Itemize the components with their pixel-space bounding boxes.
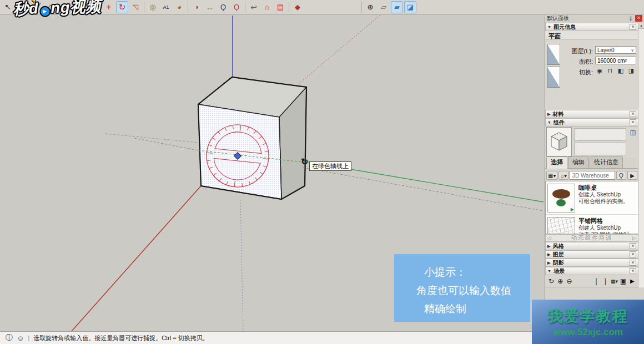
components-close-button[interactable]: × xyxy=(630,119,636,125)
receive-shadows-toggle-icon[interactable]: ◨ xyxy=(627,67,636,74)
layer-dropdown[interactable]: Layer0 ∨ xyxy=(595,46,636,54)
toolbar-separator xyxy=(188,2,188,13)
add-scene-button[interactable]: ⊕ xyxy=(556,276,565,286)
paint-bucket-tool-icon: ◕ xyxy=(177,3,182,11)
components-tabs: 选择 编辑 统计信息 xyxy=(545,158,638,169)
scene-view-options-button[interactable]: ▦▾ xyxy=(610,276,618,286)
entity-info-close-button[interactable]: × xyxy=(630,24,636,30)
cast-shadows-toggle-icon[interactable]: ◧ xyxy=(616,67,625,74)
component-name-field[interactable] xyxy=(574,128,626,141)
section-header-materials[interactable]: ▶ 材料 × xyxy=(545,110,638,118)
text-tool-icon: A1 xyxy=(163,4,169,10)
remove-scene-button[interactable]: ⊖ xyxy=(565,276,573,286)
section-header-entity-info[interactable]: ▼ 图元信息 × xyxy=(545,23,638,31)
shadows-close-button[interactable]: × xyxy=(630,260,636,266)
styles-close-button[interactable]: × xyxy=(630,243,636,249)
default-tray-panel: 默认面板 ↧ × ▼ 图元信息 × 平面 图层(L): Layer0 ∨ 面积:… xyxy=(545,14,644,332)
blue-axis-dotted-line xyxy=(240,200,243,332)
tab-select[interactable]: 选择 xyxy=(546,156,567,169)
entity-type-label: 平面 xyxy=(545,31,638,40)
select-tool-button[interactable]: ↖ xyxy=(2,1,14,13)
text-tool-button[interactable]: A1 xyxy=(160,1,172,13)
view-options-arrow-icon[interactable]: ▶ xyxy=(627,171,637,180)
section-header-layers[interactable]: ▶ 图层 × xyxy=(545,250,638,259)
previous-view-tool-icon: ↩ xyxy=(250,3,257,12)
status-separator: | xyxy=(28,335,29,341)
update-scene-button[interactable]: ↻ xyxy=(547,276,556,286)
component-preview-cube-icon xyxy=(547,128,571,156)
cube[interactable] xyxy=(198,77,306,199)
3d-warehouse-tool-button[interactable]: ⌂ xyxy=(261,1,273,13)
paint-bucket-tool-button[interactable]: ◕ xyxy=(173,1,185,13)
section-header-components[interactable]: ▼ 组件 × xyxy=(545,118,638,127)
scene-show-details-button[interactable]: ▣ xyxy=(619,276,628,286)
red-axis-dotted-line xyxy=(299,15,380,84)
section-header-styles[interactable]: ▶ 风格 × xyxy=(545,242,638,250)
scenes-close-button[interactable]: × xyxy=(630,268,636,274)
extension-warehouse-tool-button[interactable]: ◆ xyxy=(291,1,304,13)
watermark-url: www.52xjc.com xyxy=(553,327,623,338)
layer-label: 图层(L): xyxy=(559,47,593,55)
secondary-pane-icon[interactable]: ◫ xyxy=(629,129,637,136)
scale-tool-button[interactable]: ◹ xyxy=(129,1,142,13)
tab-edit[interactable]: 编辑 xyxy=(568,156,589,168)
area-field[interactable] xyxy=(595,57,636,64)
tab-statistics[interactable]: 统计信息 xyxy=(590,156,623,168)
tip-line-2: 角度也可以输入数值 xyxy=(416,281,530,300)
section-fill-tool-button[interactable]: ▰ xyxy=(391,1,403,13)
list-item[interactable]: ▶ 咖啡桌 创建人 SketchUp 可组合组件的实例。 xyxy=(546,181,638,215)
previous-view-tool-button[interactable]: ↩ xyxy=(248,1,260,13)
list-item[interactable]: 平铺网格 创建人 SketchUp 动态 3D 网格 缩放到 60'x60' xyxy=(546,215,638,234)
zoom-tool-button[interactable]: Ϙ xyxy=(217,1,229,13)
warehouse-search-input[interactable] xyxy=(570,171,615,180)
red-axis-line xyxy=(71,186,201,332)
entity-info-body: 图层(L): Layer0 ∨ 面积: 切换: ◉⊓◧◨ xyxy=(545,40,638,110)
update-scene-icon: ↻ xyxy=(549,277,554,285)
status-hint-text: 选取旋转角或输入值。接近量角器可进行捕捉。Ctrl = 切换拷贝。 xyxy=(33,334,209,342)
hide-toggle-icon[interactable]: ◉ xyxy=(595,67,604,74)
share-model-tool-button[interactable]: ▤ xyxy=(274,1,286,13)
video-logo-watermark: ♥ 秒d▶ng视频 xyxy=(13,0,102,19)
rotate-tool-button[interactable]: ↻ xyxy=(116,1,128,13)
move-scene-left-button[interactable]: [ xyxy=(592,276,601,286)
zoom-extents-tool-button[interactable]: Ϙ xyxy=(230,1,243,13)
section-plane-tool-button[interactable]: ▱ xyxy=(378,1,390,13)
pan-tool-button[interactable]: ↔ xyxy=(204,1,216,13)
scene-menu-button[interactable]: ▶ xyxy=(628,276,637,286)
lock-toggle-icon[interactable]: ⊓ xyxy=(606,67,615,74)
dynamic-component-icon: ▶ xyxy=(571,207,574,212)
pager-next-icon[interactable]: ▷ xyxy=(631,235,638,241)
move-scene-right-button[interactable]: ] xyxy=(601,276,610,286)
move-scene-right-icon: ] xyxy=(605,277,606,285)
in-model-components-icon[interactable]: ▦▾ xyxy=(546,171,557,180)
panel-scrollbar[interactable]: ▴ xyxy=(638,23,644,287)
chevron-down-icon: ▼ xyxy=(547,269,551,273)
section-cut-tool-button[interactable]: ◪ xyxy=(404,1,416,13)
scroll-up-icon[interactable]: ▴ xyxy=(638,23,644,29)
tray-title-bar[interactable]: 默认面板 ↧ × xyxy=(545,14,644,23)
components-list: ▶ 咖啡桌 创建人 SketchUp 可组合组件的实例。 平铺网格 创建人 Sk… xyxy=(545,181,638,234)
orbit-tool-button[interactable]: ◑ xyxy=(190,1,203,13)
pin-icon[interactable]: ↧ xyxy=(627,16,634,22)
pan-tool-icon: ↔ xyxy=(206,2,214,12)
component-description-field[interactable] xyxy=(574,143,626,155)
geolocation-icon[interactable]: ☺ xyxy=(17,334,24,342)
layers-close-button[interactable]: × xyxy=(630,251,636,257)
pager-prev-icon[interactable]: ◁ xyxy=(546,235,553,241)
search-icon[interactable]: Ϙ xyxy=(616,171,626,180)
component-preview-box[interactable] xyxy=(546,127,572,156)
move-tool-button[interactable]: + xyxy=(103,1,115,13)
pager-label: 动态组件培训 xyxy=(553,234,631,242)
info-icon[interactable]: ⓘ xyxy=(6,333,13,343)
axes-tool-button[interactable]: ⊕ xyxy=(364,1,376,13)
scenes-toolbar: ↻⊕⊖[]▦▾▣▶ xyxy=(545,275,638,287)
section-header-scenes[interactable]: ▼ 场景 × xyxy=(545,267,638,275)
tray-close-button[interactable]: × xyxy=(635,15,642,22)
materials-close-button[interactable]: × xyxy=(630,111,636,117)
section-header-shadows[interactable]: ▶ 阴影 × xyxy=(545,259,638,267)
select-tool-icon: ↖ xyxy=(5,3,11,11)
tape-measure-tool-button[interactable]: ◎ xyxy=(147,1,159,13)
scenes-title: 场景 xyxy=(554,267,565,275)
3d-viewport[interactable]: ↻ 在绿色轴线上 小提示： 角度也可以输入数值 精确绘制 xyxy=(0,14,545,332)
home-icon[interactable]: ⌂▾ xyxy=(559,171,568,180)
